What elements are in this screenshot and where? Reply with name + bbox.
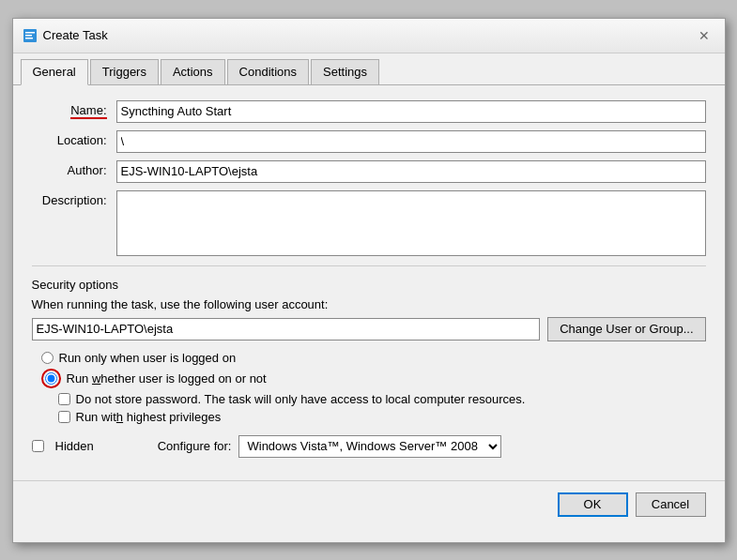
checkbox-no-password[interactable] [58, 393, 70, 405]
tab-triggers[interactable]: Triggers [90, 59, 159, 84]
author-label: Author: [32, 160, 116, 177]
svg-rect-1 [25, 32, 35, 34]
create-task-dialog: Create Task ✕ General Triggers Actions C… [12, 18, 726, 543]
svg-rect-3 [25, 38, 33, 39]
tab-general[interactable]: General [21, 59, 88, 85]
change-user-button[interactable]: Change User or Group... [547, 317, 705, 341]
description-row: Description: [32, 190, 706, 256]
author-row: Author: [32, 160, 706, 183]
dialog-icon [23, 28, 38, 43]
description-label: Description: [32, 190, 116, 207]
name-input[interactable] [116, 100, 706, 123]
tab-bar: General Triggers Actions Conditions Sett… [13, 53, 725, 85]
cancel-button[interactable]: Cancel [636, 492, 706, 517]
when-running-text: When running the task, use the following… [32, 297, 706, 311]
radio-logged-on[interactable] [41, 352, 54, 364]
tab-actions[interactable]: Actions [161, 59, 225, 84]
radio-whether-row: Run whether user is logged on or not [41, 369, 706, 388]
checkbox-password-label: Do not store password. The task will onl… [76, 392, 526, 406]
svg-rect-2 [25, 35, 32, 37]
checkbox-privileges-row: Run with highest privileges [58, 410, 706, 424]
separator [32, 265, 706, 266]
dialog-title: Create Task [43, 28, 108, 42]
name-label: Name: [32, 100, 116, 119]
location-input[interactable] [116, 130, 706, 153]
close-button[interactable]: ✕ [693, 26, 715, 45]
user-account-row: Change User or Group... [32, 317, 706, 341]
configure-select[interactable]: Windows Vista™, Windows Server™ 2008 [238, 435, 501, 458]
location-label: Location: [32, 130, 116, 147]
name-row: Name: [32, 100, 706, 123]
form-content: Name: Location: Author: Description: Sec… [13, 85, 725, 473]
radio-whether[interactable] [45, 372, 57, 385]
dialog-footer: OK Cancel [13, 480, 725, 528]
ok-button[interactable]: OK [558, 492, 628, 517]
description-textarea[interactable] [116, 190, 706, 256]
hidden-label: Hidden [55, 439, 94, 453]
user-account-input[interactable] [32, 318, 541, 341]
security-section-title: Security options [32, 278, 706, 292]
author-input[interactable] [116, 160, 706, 183]
configure-for-label: Configure for: [158, 439, 232, 453]
tab-conditions[interactable]: Conditions [227, 59, 309, 84]
bottom-section: Hidden Configure for: Windows Vista™, Wi… [32, 435, 706, 458]
title-bar-left: Create Task [23, 28, 108, 43]
radio-logged-on-label: Run only when user is logged on [59, 351, 237, 365]
location-row: Location: [32, 130, 706, 153]
radio-highlight [41, 369, 61, 388]
checkbox-privileges-label: Run with highest privileges [76, 410, 222, 424]
radio-whether-label: Run whether user is logged on or not [67, 371, 267, 386]
radio-logged-on-row: Run only when user is logged on [41, 351, 706, 365]
checkbox-hidden[interactable] [32, 440, 44, 452]
checkbox-highest-privileges[interactable] [58, 411, 70, 423]
title-bar: Create Task ✕ [13, 19, 725, 53]
checkbox-password-row: Do not store password. The task will onl… [58, 392, 706, 406]
tab-settings[interactable]: Settings [311, 59, 379, 84]
